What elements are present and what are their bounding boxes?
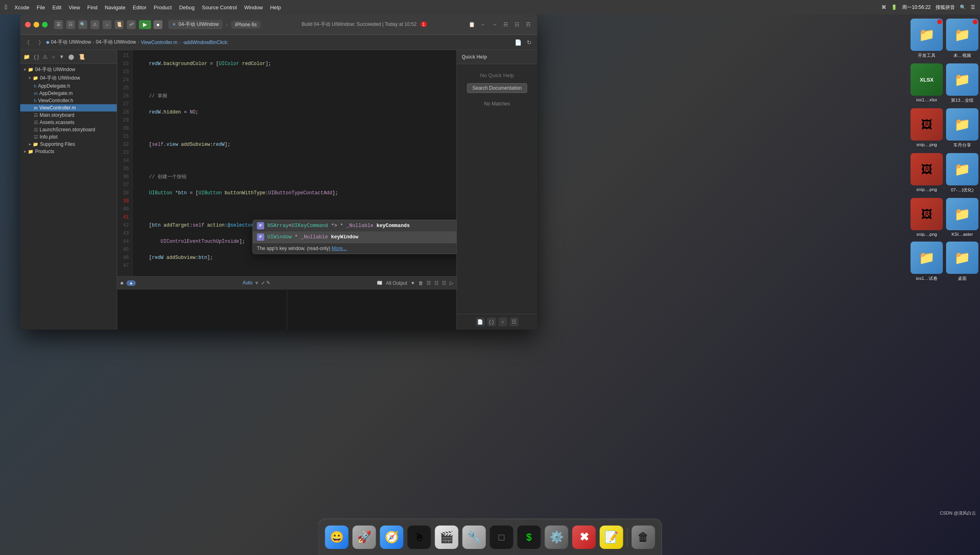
code-icon[interactable]: { } [34, 54, 39, 60]
layout-standard-icon[interactable]: ☵ [502, 21, 510, 29]
layout-assistant-icon[interactable]: ☷ [513, 21, 521, 29]
dock-launchpad[interactable]: 🚀 [353, 526, 376, 549]
branch-button[interactable]: ● [126, 280, 136, 286]
breakpoint-icon[interactable]: ⬤ [68, 54, 74, 60]
breadcrumb-item-3[interactable]: ViewController.m [141, 40, 177, 45]
warning-icon[interactable]: ⚠ [43, 54, 48, 60]
dock-trash[interactable]: 🗑 [632, 526, 655, 549]
device-selector[interactable]: iPhone 6s [231, 21, 261, 29]
code-review-icon[interactable]: 📋 [468, 21, 476, 29]
file-item-products[interactable]: ► 📁 Products [20, 148, 117, 155]
breadcrumb-item-1[interactable]: 04-手动 UIWindow [51, 39, 91, 46]
apple-menu[interactable]:  [5, 4, 7, 11]
debug-nav-icon[interactable]: ▼ [59, 54, 64, 60]
desktop-icon-folder3[interactable]: 📁 车丹分享 [946, 108, 978, 148]
autocomplete-item-2[interactable]: P UIWindow * _Nullable keyWindow [253, 231, 456, 243]
list-item[interactable]: h AppDelegate.h [20, 82, 117, 90]
list-item[interactable]: ☷ Assets.xcassets [20, 119, 117, 126]
desktop-icon-ios-folder[interactable]: 📁 ios1…试卷 [911, 242, 943, 282]
layout-toggle-3[interactable]: ☷ [442, 280, 446, 286]
list-item[interactable]: h ViewController.h [20, 97, 117, 104]
dock-finder[interactable]: 😀 [325, 526, 349, 549]
dock-xmind[interactable]: ✖ [572, 526, 596, 549]
dock-notes[interactable]: 📝 [600, 526, 623, 549]
dock-system-pref[interactable]: ⚙️ [545, 526, 568, 549]
layout-toggle-1[interactable]: ☵ [427, 280, 431, 286]
source-control-btn[interactable]: ☍ [127, 20, 136, 29]
file-item-supporting[interactable]: ► 📁 Supporting Files [20, 141, 117, 148]
grid-icon[interactable]: ☷ [510, 317, 519, 326]
menu-debug[interactable]: Debug [179, 4, 194, 11]
menu-edit[interactable]: Edit [53, 4, 61, 11]
trash-icon[interactable]: 🗑 [418, 280, 423, 286]
more-link[interactable]: More... [332, 246, 347, 251]
menu-window[interactable]: Window [244, 4, 263, 11]
desktop-icon-devtools[interactable]: 📁 开发工具 [911, 19, 943, 59]
run-button[interactable]: ▶ [139, 20, 151, 29]
chevron-right-icon[interactable]: ▷ [450, 280, 453, 286]
menu-find[interactable]: Find [87, 4, 97, 11]
desktop-icon-desktop[interactable]: 📁 桌面 [946, 242, 978, 282]
nav-left-icon[interactable]: 〈 [23, 38, 33, 47]
forward-icon[interactable]: → [490, 21, 498, 29]
search-nav-btn[interactable]: 🔍 [78, 20, 87, 29]
breadcrumb-item-2[interactable]: 04-手动 UIWindow [96, 39, 136, 46]
desktop-icon-png3[interactable]: 🖼 snip....png [911, 198, 943, 237]
menu-xcode[interactable]: Xcode [15, 4, 29, 11]
menu-navigate[interactable]: Navigate [105, 4, 125, 11]
test-nav-icon[interactable]: ○ [52, 54, 55, 60]
nav-right-icon[interactable]: 〉 [35, 38, 44, 47]
layout-toggle-2[interactable]: ☷ [434, 280, 439, 286]
desktop-icon-videos[interactable]: 📁 未…视频 [946, 19, 978, 59]
circle-icon[interactable]: ○ [498, 317, 507, 326]
debug-btn[interactable]: 📜 [115, 20, 124, 29]
desktop-icon-folder4[interactable]: 📁 07-…(优化) [946, 153, 978, 193]
file-item-info-plist[interactable]: ☷ Info.plist [20, 133, 117, 141]
output-filter[interactable]: All Output [386, 280, 407, 286]
desktop-icon-png2[interactable]: 🖼 snip....png [911, 153, 943, 192]
file-item-viewcontroller-m[interactable]: m ViewController.m [20, 104, 117, 111]
dock-terminal[interactable]: $ [517, 526, 541, 549]
list-item[interactable]: ☷ Main.storyboard [20, 111, 117, 119]
autocomplete-dropdown[interactable]: P NSArray<UIKeyCommand *> * _Nullable ke… [252, 220, 456, 254]
doc-icon[interactable]: 📄 [513, 38, 523, 47]
code-editor[interactable]: 21 22 23 24 25 26 27 28 29 30 31 32 33 3… [117, 50, 456, 330]
stop-button[interactable]: ■ [154, 20, 162, 29]
autocomplete-item-1[interactable]: P NSArray<UIKeyCommand *> * _Nullable ke… [253, 220, 456, 231]
maximize-button[interactable] [42, 22, 48, 27]
desktop-icon-folder2[interactable]: 📁 第13…业组 [946, 63, 978, 103]
breadcrumb-item-4[interactable]: -addWindowBtnClick: [182, 40, 228, 45]
dock-mouse[interactable]: 🖱 [408, 526, 431, 549]
back-icon[interactable]: ← [479, 21, 487, 29]
hierarchy-btn[interactable]: ☷ [66, 20, 75, 29]
minimize-button[interactable] [34, 22, 39, 27]
folder-icon[interactable]: 📁 [23, 54, 30, 60]
search-documentation-button[interactable]: Search Documentation [467, 83, 527, 93]
test-btn[interactable]: ○ [103, 20, 111, 29]
desktop-icon-png1[interactable]: 🖼 snip....png [911, 108, 943, 147]
refresh-icon[interactable]: ↻ [524, 38, 534, 47]
dock-quicktime[interactable]: 🎬 [435, 526, 458, 549]
report-icon[interactable]: 📜 [78, 54, 85, 60]
notification-icon[interactable]: ☰ [971, 4, 975, 10]
menu-editor[interactable]: Editor [133, 4, 147, 11]
menu-view[interactable]: View [69, 4, 80, 11]
brace-icon[interactable]: { } [487, 317, 496, 326]
file-item-root[interactable]: ► 📁 04-手动 UIWindow [20, 65, 117, 74]
input-method[interactable]: 搜狐拼音 [936, 4, 955, 11]
desktop-icon-folder5[interactable]: 📁 KSI…aster [946, 198, 978, 237]
file-item-subfolder[interactable]: ► 📁 04-手动 UIWindow [20, 74, 117, 82]
menu-file[interactable]: File [37, 4, 45, 11]
dock-safari[interactable]: 🧭 [380, 526, 404, 549]
file-navigator-toggle[interactable]: ☰ [54, 20, 63, 29]
list-item[interactable]: m AppDelegate.m [20, 90, 117, 97]
menu-help[interactable]: Help [270, 4, 281, 11]
scheme-selector[interactable]: ☀ 04-手动 UIWindow [168, 20, 223, 29]
dock-keystore[interactable]: □ [490, 526, 513, 549]
spotlight-icon[interactable]: 🔍 [960, 4, 966, 10]
desktop-icon-xlsx[interactable]: XLSX ios1....xlsx [911, 63, 943, 102]
dock-tools[interactable]: 🔧 [463, 526, 486, 549]
menu-product[interactable]: Product [154, 4, 172, 11]
list-item[interactable]: ☷ LaunchScreen.storyboard [20, 126, 117, 133]
issue-btn[interactable]: ⚠ [90, 20, 99, 29]
